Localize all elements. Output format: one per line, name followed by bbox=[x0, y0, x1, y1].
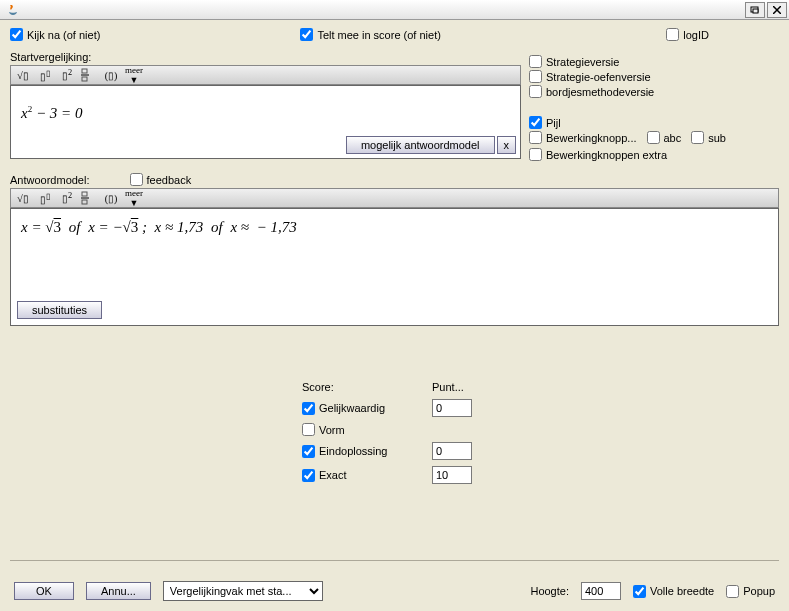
svg-rect-7 bbox=[82, 192, 87, 196]
hoogte-label: Hoogte: bbox=[530, 585, 569, 597]
titlebar bbox=[0, 0, 789, 20]
svg-rect-6 bbox=[82, 77, 87, 81]
meer-dropdown[interactable]: meer▼ bbox=[125, 65, 143, 85]
svg-rect-4 bbox=[82, 69, 87, 73]
sub-checkbox[interactable]: sub bbox=[691, 131, 726, 144]
punt-header: Punt... bbox=[432, 381, 487, 393]
separator bbox=[10, 560, 779, 561]
close-button[interactable] bbox=[767, 2, 787, 18]
feedback-checkbox[interactable]: feedback bbox=[130, 173, 192, 186]
annu-button[interactable]: Annu... bbox=[86, 582, 151, 600]
eindoplossing-input[interactable] bbox=[432, 442, 472, 460]
teltmee-checkbox[interactable]: Telt mee in score (of niet) bbox=[300, 28, 441, 41]
square-icon-2[interactable]: ▯2 bbox=[59, 191, 75, 204]
sqrt-icon[interactable]: √▯ bbox=[15, 70, 31, 81]
abc-checkbox[interactable]: abc bbox=[647, 131, 682, 144]
x-button[interactable]: x bbox=[497, 136, 517, 154]
exact-checkbox[interactable]: Exact bbox=[302, 469, 432, 482]
logid-checkbox[interactable]: logID bbox=[666, 28, 709, 41]
ok-button[interactable]: OK bbox=[14, 582, 74, 600]
vorm-checkbox[interactable]: Vorm bbox=[302, 423, 432, 436]
gelijkwaardig-input[interactable] bbox=[432, 399, 472, 417]
gelijkwaardig-checkbox[interactable]: Gelijkwaardig bbox=[302, 402, 432, 415]
hoogte-input[interactable] bbox=[581, 582, 621, 600]
fraction-icon[interactable] bbox=[81, 68, 97, 82]
exact-input[interactable] bbox=[432, 466, 472, 484]
start-toolbar: √▯ ▯▯ ▯2 (▯) meer▼ bbox=[10, 65, 521, 85]
start-editor[interactable]: x2 − 3 = 0 mogelijk antwoordmodel x bbox=[10, 85, 521, 159]
paren-icon[interactable]: (▯) bbox=[103, 70, 119, 81]
power-icon-2[interactable]: ▯▯ bbox=[37, 191, 53, 205]
svg-rect-9 bbox=[82, 200, 87, 204]
mogelijk-button[interactable]: mogelijk antwoordmodel bbox=[346, 136, 495, 154]
eindoplossing-checkbox[interactable]: Eindoplossing bbox=[302, 445, 432, 458]
teltmee-label: Telt mee in score (of niet) bbox=[317, 29, 441, 41]
bewerkingknop-checkbox[interactable]: Bewerkingknopp... bbox=[529, 131, 637, 144]
power-icon[interactable]: ▯▯ bbox=[37, 68, 53, 82]
feedback-label: feedback bbox=[147, 174, 192, 186]
strategieoefen-checkbox[interactable]: Strategie-oefenversie bbox=[529, 70, 779, 83]
java-icon bbox=[6, 3, 20, 17]
substituties-button[interactable]: substituties bbox=[17, 301, 102, 319]
square-icon[interactable]: ▯2 bbox=[59, 68, 75, 81]
svg-rect-1 bbox=[753, 9, 758, 13]
kijkna-label: Kijk na (of niet) bbox=[27, 29, 100, 41]
sqrt-icon-2[interactable]: √▯ bbox=[15, 193, 31, 204]
vollebreedte-checkbox[interactable]: Volle breedte bbox=[633, 585, 714, 598]
type-select[interactable]: Vergelijkingvak met sta... bbox=[163, 581, 323, 601]
pijl-checkbox[interactable]: Pijl bbox=[529, 116, 779, 129]
bordjes-checkbox[interactable]: bordjesmethodeversie bbox=[529, 85, 779, 98]
answer-toolbar: √▯ ▯▯ ▯2 (▯) meer▼ bbox=[10, 188, 779, 208]
startvergelijking-label: Startvergelijking: bbox=[10, 51, 521, 63]
answer-editor[interactable]: x = √3 of x = −√3 ; x ≈ 1,73 of x ≈ − 1,… bbox=[10, 208, 779, 326]
logid-label: logID bbox=[683, 29, 709, 41]
restore-button[interactable] bbox=[745, 2, 765, 18]
meer-dropdown-2[interactable]: meer▼ bbox=[125, 188, 143, 208]
score-header: Score: bbox=[302, 381, 432, 393]
footer: OK Annu... Vergelijkingvak met sta... Ho… bbox=[0, 581, 789, 601]
paren-icon-2[interactable]: (▯) bbox=[103, 193, 119, 204]
antwoordmodel-label: Antwoordmodel: bbox=[10, 174, 90, 186]
bewerkingextra-checkbox[interactable]: Bewerkingknoppen extra bbox=[529, 148, 779, 161]
kijkna-checkbox[interactable]: Kijk na (of niet) bbox=[10, 28, 100, 41]
popup-checkbox[interactable]: Popup bbox=[726, 585, 775, 598]
fraction-icon-2[interactable] bbox=[81, 191, 97, 205]
strategieversie-checkbox[interactable]: Strategieversie bbox=[529, 55, 779, 68]
